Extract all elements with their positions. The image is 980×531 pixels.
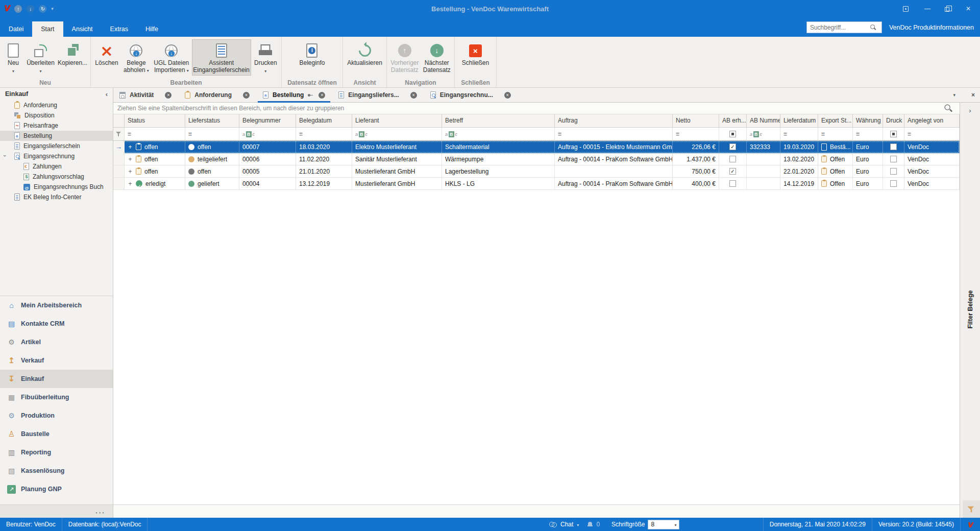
cell-lieferstatus[interactable]: teilgeliefert	[185, 153, 239, 165]
filter-cell-status[interactable]: =	[125, 128, 185, 141]
cell-belegnummer[interactable]: 00004	[239, 178, 296, 190]
cell-betreff[interactable]: Schaltermaterial	[442, 141, 555, 153]
chat-label[interactable]: Chat	[560, 521, 573, 528]
column-header-betreff[interactable]: Betreff	[442, 114, 555, 128]
cell-lieferstatus[interactable]: geliefert	[185, 178, 239, 190]
column-header-lieferant[interactable]: Lieferant	[352, 114, 442, 128]
tree-item-disposition[interactable]: Disposition	[0, 110, 113, 120]
filter-cell-auftrag[interactable]: =	[555, 128, 673, 141]
column-header-lieferdatum[interactable]: Lieferdatum	[780, 114, 818, 128]
ueberleiten-button[interactable]: Überleiten	[26, 39, 56, 76]
column-header-waehrung[interactable]: Währung	[853, 114, 883, 128]
cell-status[interactable]: offen	[125, 141, 185, 153]
tab-eingangsrechnung[interactable]: Eingangsrechnu...	[425, 88, 516, 102]
tree-item-zahlungen[interactable]: Zahlungen	[0, 161, 113, 172]
table-row[interactable]: offen teilgeliefert 00006 11.02.2020 San…	[113, 153, 960, 165]
collapse-sidebar-icon[interactable]	[106, 90, 108, 98]
cell-netto[interactable]: 1.437,00 €	[673, 153, 719, 165]
druck-checkbox[interactable]	[890, 143, 897, 150]
cell-belegdatum[interactable]: 13.12.2019	[296, 178, 352, 190]
column-header-belegnummer[interactable]: Belegnummer	[239, 114, 296, 128]
sidebar-item-mein-arbeitsbereich[interactable]: Mein Arbeitsbereich	[0, 296, 113, 315]
row-expand-icon[interactable]	[128, 178, 133, 189]
menu-tab-start[interactable]: Start	[32, 21, 63, 37]
cell-status[interactable]: offen	[125, 165, 185, 178]
cell-auftrag[interactable]: Auftrag - 00014 - PraKom Software GmbH -…	[555, 153, 673, 165]
filter-cell-lieferstatus[interactable]: =	[185, 128, 239, 141]
quick-up-button[interactable]: ↑	[14, 5, 22, 13]
sidebar-item-artikel[interactable]: Artikel	[0, 333, 113, 351]
cell-lieferant[interactable]: Musterlieferant GmbH	[352, 178, 442, 190]
cell-export-status[interactable]: Bestä...	[818, 141, 853, 153]
cell-lieferant[interactable]: Sanitär Musterlieferant	[352, 153, 442, 165]
tree-item-eingangsrechnung[interactable]: Eingangsrechnung	[0, 151, 113, 161]
cell-waehrung[interactable]: Euro	[853, 141, 883, 153]
cell-betreff[interactable]: Lagerbestellung	[442, 165, 555, 178]
naechster-datensatz-button[interactable]: Nächster Datensatz	[422, 39, 452, 76]
menu-tab-extras[interactable]: Extras	[102, 21, 137, 37]
tab-anforderung[interactable]: Anforderung	[180, 88, 255, 102]
filter-funnel-button[interactable]	[963, 500, 980, 518]
tab-strip-close-icon[interactable]	[971, 88, 975, 102]
fit-screen-icon[interactable]	[903, 6, 909, 12]
column-header-druck[interactable]: Druck	[883, 114, 904, 128]
restore-button[interactable]	[945, 7, 949, 12]
cell-netto[interactable]: 750,00 €	[673, 165, 719, 178]
tab-close-icon[interactable]	[243, 92, 250, 99]
column-header-lieferstatus[interactable]: Lieferstatus	[185, 114, 239, 128]
sidebar-item-kassenloesung[interactable]: Kassenlösung	[0, 462, 113, 480]
tree-item-zahlungsvorschlag[interactable]: Zahlungsvorschlag	[0, 172, 113, 182]
cell-ab-nummer[interactable]	[747, 178, 780, 190]
cell-netto[interactable]: 226,06 €	[673, 141, 719, 153]
ab-erhalten-checkbox[interactable]	[729, 180, 736, 187]
fontsize-select[interactable]: 8	[648, 520, 679, 529]
chat-icon[interactable]	[549, 522, 557, 527]
tab-aktivitaet[interactable]: Aktivität	[114, 88, 177, 102]
minimize-button[interactable]: —	[924, 5, 931, 12]
cell-lieferdatum[interactable]: 13.02.2020	[780, 153, 818, 165]
column-header-belegdatum[interactable]: Belegdatum	[296, 114, 352, 128]
belege-abholen-button[interactable]: Belege abholen	[121, 39, 151, 76]
pin-icon[interactable]	[308, 92, 313, 98]
filter-indicator-cell[interactable]	[113, 128, 125, 141]
filter-cell-lieferdatum[interactable]: =	[780, 128, 818, 141]
global-search-box[interactable]	[806, 21, 882, 33]
cell-waehrung[interactable]: Euro	[853, 178, 883, 190]
filter-cell-export-status[interactable]: =	[818, 128, 853, 141]
sidebar-item-baustelle[interactable]: Baustelle	[0, 425, 113, 443]
filter-cell-druck[interactable]	[883, 128, 904, 141]
cell-status[interactable]: erledigt	[125, 178, 185, 190]
assistent-eingangslieferschein-button[interactable]: Assistent Eingangslieferschein	[192, 39, 251, 76]
cell-lieferant[interactable]: Musterlieferant GmbH	[352, 165, 442, 178]
overflow-dots-icon[interactable]	[95, 509, 106, 515]
column-header-netto[interactable]: Netto	[673, 114, 719, 128]
cell-export-status[interactable]: Offen	[818, 153, 853, 165]
cell-auftrag[interactable]: Auftrag - 00014 - PraKom Software GmbH -…	[555, 178, 673, 190]
cell-waehrung[interactable]: Euro	[853, 153, 883, 165]
druck-checkbox[interactable]	[890, 156, 897, 162]
tab-list-caret-icon[interactable]	[953, 88, 955, 102]
table-row[interactable]: offen offen 00007 18.03.2020 Elektro Mus…	[113, 141, 960, 153]
cell-export-status[interactable]: Offen	[818, 178, 853, 190]
row-expand-icon[interactable]	[128, 154, 133, 165]
column-header-export-status[interactable]: Export St...	[818, 114, 853, 128]
quick-refresh-button[interactable]: ↻	[39, 5, 46, 13]
sidebar-item-reporting[interactable]: Reporting	[0, 443, 113, 462]
cell-ab-erhalten[interactable]	[719, 153, 747, 165]
filter-cell-ab-erhalten[interactable]	[719, 128, 747, 141]
panel-expand-icon[interactable]	[969, 103, 971, 118]
sidebar-item-verkauf[interactable]: Verkauf	[0, 351, 113, 370]
cell-belegdatum[interactable]: 18.03.2020	[296, 141, 352, 153]
table-row[interactable]: offen offen 00005 21.01.2020 Musterliefe…	[113, 165, 960, 178]
menu-tab-ansicht[interactable]: Ansicht	[63, 21, 102, 37]
schliessen-button[interactable]: Schließen	[459, 39, 492, 69]
group-by-band[interactable]: Ziehen Sie eine Spaltenüberschrift in di…	[113, 103, 960, 114]
row-expand-icon[interactable]	[128, 166, 133, 177]
column-header-ab-erhalten[interactable]: AB erh...	[719, 114, 747, 128]
drucken-button[interactable]: Drucken	[252, 39, 279, 76]
grid-search-icon[interactable]	[945, 105, 952, 112]
cell-belegnummer[interactable]: 00005	[239, 165, 296, 178]
sidebar-item-produktion[interactable]: Produktion	[0, 406, 113, 425]
filter-cell-belegnummer[interactable]: aBc	[239, 128, 296, 141]
tree-item-eingangslieferschein[interactable]: Eingangslieferschein	[0, 141, 113, 151]
